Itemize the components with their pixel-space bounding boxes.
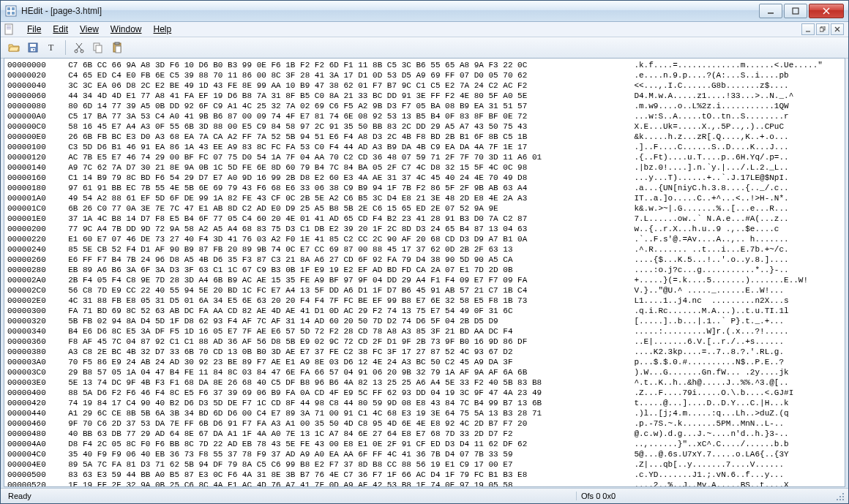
- menu-edit[interactable]: Edit: [47, 23, 74, 36]
- hex-ascii[interactable]: .Z...F....79i.....O.\.b....<.GJ#I: [615, 388, 842, 398]
- mdi-minimize-button[interactable]: [801, 23, 815, 35]
- hex-bytes[interactable]: 35 40 F9 F9 06 40 EB 36 73 F8 55 37 78 F…: [59, 449, 615, 459]
- hex-ascii[interactable]: V.}.."@U.^ ....._......E..W!...: [615, 285, 842, 296]
- hex-bytes[interactable]: 83 63 E3 59 44 BB A0 B5 87 E3 0C F6 4A 3…: [59, 470, 615, 480]
- hex-row[interactable]: 00000260 E6 FF F7 B4 7B 24 96 D8 A5 4B D…: [7, 255, 842, 265]
- hex-ascii[interactable]: .^.R....... ..t...i...E.7b.+~/c.: [615, 244, 842, 255]
- save-button[interactable]: [24, 39, 42, 56]
- hex-row[interactable]: 00000440 A1 29 6C CE 8B 5B 6A 3B 34 BD 6…: [7, 408, 842, 418]
- hex-bytes[interactable]: 80 6D 14 77 39 A5 0B DD 92 6F C9 A1 4C 2…: [59, 101, 615, 111]
- hex-bytes[interactable]: C3 5D D6 B1 46 91 EA 86 1A 43 EE A9 83 8…: [59, 142, 615, 152]
- hex-ascii[interactable]: +.....}(=.k....5.......).......E..W!: [615, 275, 842, 285]
- hex-ascii[interactable]: .Z|...qb[..y.......7....V......: [615, 459, 842, 470]
- hex-ascii[interactable]: .a...{UN[niyC.h.3.8....{.._/.c..: [615, 183, 842, 193]
- hex-ascii[interactable]: .|bz.0!....].n.`y.|.../.L.2._L..: [615, 162, 842, 173]
- hex-row[interactable]: 000002E0 4C 31 88 FB E8 05 31 D5 01 6A 3…: [7, 296, 842, 306]
- open-button[interactable]: [5, 39, 23, 56]
- hex-row[interactable]: 00000020 C4 65 ED C4 E0 FB 6E C5 39 88 7…: [7, 70, 842, 80]
- copy-button[interactable]: [89, 39, 107, 56]
- hex-row[interactable]: 00000080 80 6D 14 77 39 A5 0B DD 92 6F C…: [7, 101, 842, 111]
- hex-row[interactable]: 00000480 40 BB 63 DB 77 29 AD 64 8E 67 D…: [7, 429, 842, 439]
- close-button[interactable]: [809, 4, 844, 18]
- hex-row[interactable]: 00000380 A3 C8 2E BC 4B 32 D7 33 6B 70 C…: [7, 347, 842, 357]
- hex-ascii[interactable]: ....{$...K.5...!..'.o..y.8.]....: [615, 255, 842, 265]
- resize-grip[interactable]: [834, 490, 845, 502]
- menu-view[interactable]: View: [74, 23, 105, 36]
- hex-ascii[interactable]: .`..F.s'@.=Av....A..,.. h.......: [615, 234, 842, 244]
- hex-ascii[interactable]: ....K2.3kp....=..7..8.?.'.RL.g.: [615, 347, 842, 357]
- hex-bytes[interactable]: C5 17 BA 77 3A 53 C4 A0 41 9B B6 87 00 0…: [59, 111, 615, 121]
- hex-ascii[interactable]: .]..F....C......S..D....K...J...: [615, 142, 842, 152]
- hex-row[interactable]: 00000180 97 61 91 BB EC 7B 55 4E 5B 6E 6…: [7, 183, 842, 193]
- hex-row[interactable]: 000001E0 37 1A 4C B8 14 D7 F8 E5 B4 6F 7…: [7, 214, 842, 224]
- hex-row[interactable]: 000004A0 D8 F4 2C 05 8C F0 F6 BB 8C 7D 2…: [7, 439, 842, 449]
- hex-bytes[interactable]: AC 7B E5 E7 46 74 29 00 BF FC 07 75 D0 5…: [59, 152, 615, 162]
- hex-bytes[interactable]: 85 5E CB 52 F4 D1 AF 90 B9 87 FB 20 89 9…: [59, 244, 615, 255]
- hex-view[interactable]: 00000000 C7 6B CC 66 9A A8 3D F6 10 D6 B…: [4, 59, 845, 487]
- hex-row[interactable]: 00000160 C1 14 B9 79 8C BD F6 54 29 D7 E…: [7, 173, 842, 183]
- hex-bytes[interactable]: A1 29 6C CE 8B 5B 6A 3B 34 BD 6D D6 00 C…: [59, 408, 615, 418]
- hex-ascii[interactable]: [.....]..b...|.1..` P}.t._.+...: [615, 316, 842, 326]
- menu-file[interactable]: File: [21, 23, 47, 36]
- hex-bytes[interactable]: 29 B8 57 05 1A 04 47 B4 FE 11 84 8C 03 8…: [59, 367, 615, 377]
- hex-bytes[interactable]: C1 14 B9 79 8C BD F6 54 29 D7 E7 A0 9D 1…: [59, 173, 615, 183]
- hex-bytes[interactable]: 37 1A 4C B8 14 D7 F8 E5 B4 6F 77 05 C4 6…: [59, 214, 615, 224]
- hex-bytes[interactable]: 26 6B FB BC E3 D0 A3 68 EA 7A CA A2 FF 7…: [59, 132, 615, 142]
- minimize-button[interactable]: [759, 4, 782, 18]
- hex-bytes[interactable]: E1 60 E7 07 46 DE 73 27 40 F4 3D 41 76 0…: [59, 234, 615, 244]
- hex-bytes[interactable]: 70 F5 86 E9 24 AB 24 AD 30 92 23 BE 89 F…: [59, 357, 615, 367]
- hex-ascii[interactable]: .c.YD.......J1.;.vN.6..f...y...: [615, 470, 842, 480]
- hex-bytes[interactable]: E6 FF F7 B4 7B 24 96 D8 A5 4B D6 35 F3 8…: [59, 255, 615, 265]
- hex-bytes[interactable]: D8 F4 2C 05 8C F0 F6 BB 8C 7D 22 AD EB 7…: [59, 439, 615, 449]
- hex-row[interactable]: 00000100 C3 5D D6 B1 46 91 EA 86 1A 43 E…: [7, 142, 842, 152]
- hex-bytes[interactable]: 58 16 45 E7 A4 A3 0F 55 6B 3D 88 00 E5 C…: [59, 121, 615, 132]
- hex-row[interactable]: 000000C0 58 16 45 E7 A4 A3 0F 55 6B 3D 8…: [7, 121, 842, 132]
- hex-bytes[interactable]: EB 89 A6 B6 3A 6F 3A D3 3F 63 C1 1C 67 C…: [59, 265, 615, 275]
- hex-row[interactable]: 00000400 88 5A D6 F2 F6 46 F4 8C E5 F6 3…: [7, 388, 842, 398]
- titlebar[interactable]: HEdit - [page-3.html]: [1, 1, 848, 22]
- hex-bytes[interactable]: C4 65 ED C4 E0 FB 6E C5 39 88 70 11 86 0…: [59, 70, 615, 80]
- mdi-close-button[interactable]: [831, 23, 844, 35]
- maximize-button[interactable]: [784, 4, 807, 18]
- hex-ascii[interactable]: .m.w9....o..L%2z.i...........1QW: [615, 101, 842, 111]
- hex-bytes[interactable]: A3 C8 2E BC 4B 32 D7 33 6B 70 CD 13 0B B…: [59, 347, 615, 357]
- hex-ascii[interactable]: .....:.........W]r.(.x...?!.....: [615, 326, 842, 336]
- hex-bytes[interactable]: A9 7C 62 7A D7 30 21 8E 9A 0B 1C 5D FE 6…: [59, 162, 615, 173]
- hex-ascii[interactable]: t.....@...]....D..D.Y...C.|H...k: [615, 398, 842, 408]
- hex-row[interactable]: 000003A0 70 F5 86 E9 24 AB 24 AD 30 92 2…: [7, 357, 842, 367]
- hex-bytes[interactable]: 6B 26 C0 77 0A 3E 7E 7C 47 E1 AB 8D C2 A…: [59, 203, 615, 214]
- hex-ascii[interactable]: D4.M.w.A.....z1....!33...>..N._.^: [615, 91, 842, 101]
- hex-row[interactable]: 00000340 B4 E6 D6 8C E5 3A DF F5 1D 16 0…: [7, 326, 842, 336]
- hex-bytes[interactable]: FA 71 BD 69 8C 52 63 AB DC FA AA CD 82 A…: [59, 306, 615, 316]
- hex-bytes[interactable]: 5E 13 74 DC 9F 4B F3 F1 68 DA 8E 26 68 4…: [59, 377, 615, 388]
- hex-row[interactable]: 00000120 AC 7B E5 E7 46 74 29 00 BF FC 0…: [7, 152, 842, 162]
- hex-row[interactable]: 00000060 44 34 4D 4D E1 77 A8 41 FA EF 1…: [7, 91, 842, 101]
- text-mode-button[interactable]: T: [43, 39, 61, 56]
- mdi-restore-button[interactable]: [816, 23, 829, 35]
- hex-ascii[interactable]: @.c.w).d.g...J.~....n'd..h.}3-..: [615, 429, 842, 439]
- hex-ascii[interactable]: ....2..%..J..Mv.A.....BS..t....X: [615, 480, 842, 487]
- menu-window[interactable]: Window: [105, 23, 148, 36]
- hex-ascii[interactable]: ..,......}"..xC^.C..../......b.b: [615, 439, 842, 449]
- hex-row[interactable]: 00000240 85 5E CB 52 F4 D1 AF 90 B9 87 F…: [7, 244, 842, 255]
- hex-ascii[interactable]: w..{..r.X...h.u..9 .,..$e....c: [615, 224, 842, 234]
- hex-row[interactable]: 00000300 FA 71 BD 69 8C 52 63 AB DC FA A…: [7, 306, 842, 316]
- hex-row[interactable]: 000004C0 35 40 F9 F9 06 40 EB 36 73 F8 5…: [7, 449, 842, 459]
- hex-ascii[interactable]: k&.w.>~|.G.......%..[...e...R...: [615, 203, 842, 214]
- menu-help[interactable]: Help: [148, 23, 178, 36]
- hex-row[interactable]: 00000040 3C 3C EA 06 D8 2C E2 BE 49 1D 4…: [7, 80, 842, 91]
- hex-row[interactable]: 00000280 EB 89 A6 B6 3A 6F 3A D3 3F 63 C…: [7, 265, 842, 275]
- hex-row[interactable]: 000002C0 56 C8 7D E9 CC 22 40 55 94 5E 2…: [7, 285, 842, 296]
- hex-ascii[interactable]: p...$.$.0.#..........N$..P.E..?: [615, 357, 842, 367]
- hex-ascii[interactable]: .p.-7S.~.k.......5PM..MnN..L-..: [615, 418, 842, 429]
- hex-ascii[interactable]: 5@...@.6s.U7xY.7.....o.LA6{..{3Y: [615, 449, 842, 459]
- hex-row[interactable]: 000003E0 5E 13 74 DC 9F 4B F3 F1 68 DA 8…: [7, 377, 842, 388]
- hex-row[interactable]: 000000E0 26 6B FB BC E3 D0 A3 68 EA 7A C…: [7, 132, 842, 142]
- hex-ascii[interactable]: ).W...G.......Gn.fW... .2y....jk: [615, 367, 842, 377]
- hex-row[interactable]: 00000320 5B FB 02 94 8A D4 5D 1F D8 62 9…: [7, 316, 842, 326]
- hex-row[interactable]: 00000140 A9 7C 62 7A D7 30 21 8E 9A 0B 1…: [7, 162, 842, 173]
- hex-bytes[interactable]: 5B FB 02 94 8A D4 5D 1F D8 62 93 F4 AF 7…: [59, 316, 615, 326]
- hex-ascii[interactable]: ....:o.j?c...g...........*..}-..: [615, 265, 842, 275]
- hex-bytes[interactable]: 74 19 84 17 C4 90 40 B2 D6 D3 5D DE F7 1…: [59, 398, 615, 408]
- hex-ascii[interactable]: .e....n.9.p....?(A:...S..i....pb: [615, 70, 842, 80]
